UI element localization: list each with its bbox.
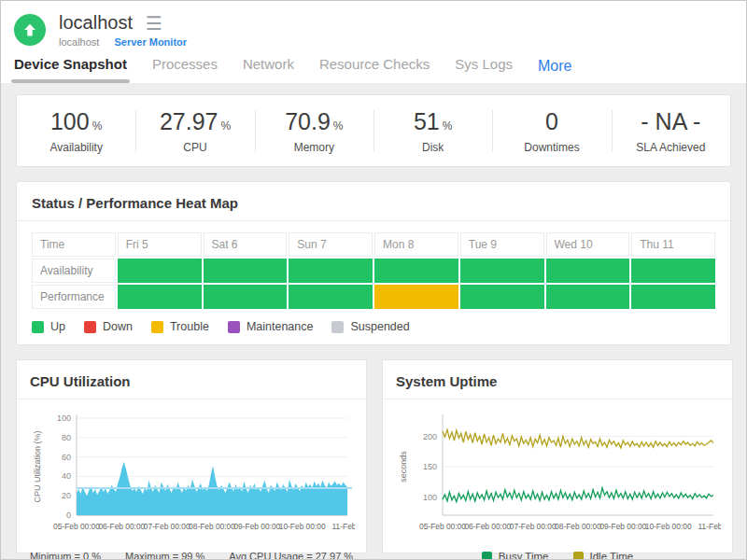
tab-more[interactable]: More	[538, 54, 571, 86]
svg-text:CPU Utilization (%): CPU Utilization (%)	[33, 430, 42, 502]
cpu-chart: 020406080100CPU Utilization (%)05-Feb 00…	[28, 409, 355, 549]
legend-item-down: Down	[84, 320, 133, 333]
svg-text:06-Feb 00:00: 06-Feb 00:00	[98, 522, 145, 531]
legend-label: Maintenance	[247, 320, 314, 333]
breadcrumb: localhost Server Monitor	[59, 36, 746, 48]
heatmap-cell-up[interactable]	[204, 259, 288, 283]
device-status-avatar[interactable]	[14, 14, 46, 46]
heatmap-table: TimeFri 5Sat 6Sun 7Mon 8Tue 9Wed 10Thu 1…	[30, 231, 717, 311]
legend-item-suspended: Suspended	[331, 320, 409, 333]
heatmap-row-label: Performance	[32, 285, 116, 309]
tab-bar: Device SnapshotProcessesNetworkResource …	[1, 53, 746, 83]
heatmap-column-sun-7: Sun 7	[289, 232, 373, 257]
legend-swatch-up	[32, 321, 44, 333]
main-content: 100%Availability27.97%CPU70.9%Memory51%D…	[1, 83, 746, 560]
heatmap-header-row: TimeFri 5Sat 6Sun 7Mon 8Tue 9Wed 10Thu 1…	[32, 232, 715, 257]
svg-text:06-Feb 00:00: 06-Feb 00:00	[464, 522, 511, 531]
tab-device-snapshot[interactable]: Device Snapshot	[14, 52, 127, 83]
system-uptime-card: System Uptime 100150200seconds05-Feb 00:…	[382, 359, 733, 553]
heatmap-column-sat-6: Sat 6	[204, 232, 288, 257]
svg-text:05-Feb 00:00: 05-Feb 00:00	[419, 522, 466, 531]
legend-item-maintenance: Maintenance	[228, 320, 314, 333]
stat-value: 0	[492, 108, 611, 135]
svg-text:07-Feb 00:00: 07-Feb 00:00	[144, 522, 190, 531]
divider	[381, 399, 734, 399]
legend-item-trouble: Trouble	[151, 320, 209, 333]
heatmap-column-fri-5: Fri 5	[118, 232, 202, 257]
tab-sys-logs[interactable]: Sys Logs	[455, 52, 513, 83]
heatmap-cell-up[interactable]	[289, 285, 373, 309]
legend-label: Suspended	[350, 320, 409, 333]
series-legend-busy-time: Busy Time	[482, 551, 549, 560]
heatmap-cell-up[interactable]	[631, 259, 715, 283]
divider	[17, 220, 730, 221]
svg-text:09-Feb 00:00: 09-Feb 00:00	[599, 522, 646, 531]
cpu-summary-stats: Minimum = 0 %Maximum = 99 %Avg CPU Usage…	[28, 551, 355, 560]
stat-value: 70.9%	[255, 108, 374, 135]
svg-text:20: 20	[62, 491, 71, 500]
heatmap-cell-up[interactable]	[460, 285, 544, 309]
stat-sla-achieved: - NA -SLA Achieved	[612, 103, 730, 160]
hamburger-menu-icon[interactable]: ☰	[146, 14, 162, 33]
legend-label: Down	[103, 320, 133, 333]
heatmap-cell-up[interactable]	[118, 285, 202, 309]
svg-text:08-Feb 00:00: 08-Feb 00:00	[189, 522, 235, 531]
heatmap-cell-up[interactable]	[118, 259, 202, 283]
arrow-up-icon	[21, 21, 38, 38]
stat-unit: %	[92, 119, 103, 133]
series-legend-label: Idle Time	[590, 551, 634, 560]
heatmap-row-performance: Performance	[32, 285, 715, 309]
cpu-utilization-card: CPU Utilization 020406080100CPU Utilizat…	[16, 359, 367, 553]
svg-text:0: 0	[66, 511, 71, 520]
series-legend-label: Busy Time	[499, 551, 549, 560]
heatmap-cell-up[interactable]	[546, 285, 630, 309]
device-title: localhost	[59, 12, 133, 34]
stat-label: Memory	[255, 141, 374, 154]
legend-swatch-suspended	[331, 321, 344, 333]
charts-row: CPU Utilization 020406080100CPU Utilizat…	[16, 359, 731, 553]
legend-item-up: Up	[32, 320, 65, 333]
cpu-footer-stat: Minimum = 0 %	[30, 551, 101, 560]
divider	[15, 399, 368, 399]
svg-text:100: 100	[423, 493, 437, 502]
heatmap-cell-up[interactable]	[204, 285, 288, 309]
stat-label: SLA Achieved	[612, 141, 730, 154]
stat-value: 100%	[17, 108, 135, 135]
stat-value: 27.97%	[135, 108, 254, 135]
heatmap-cell-up[interactable]	[631, 285, 715, 309]
heatmap-cell-up[interactable]	[460, 259, 544, 283]
tab-resource-checks[interactable]: Resource Checks	[319, 52, 430, 83]
heatmap-column-time: Time	[32, 232, 116, 257]
svg-text:80: 80	[62, 433, 71, 442]
legend-swatch-down	[84, 321, 96, 333]
stat-label: Disk	[374, 141, 492, 154]
cpu-footer-stat: Avg CPU Usage = 27.97 %	[229, 551, 353, 560]
heatmap-column-wed-10: Wed 10	[546, 232, 630, 257]
uptime-chart-title: System Uptime	[394, 371, 721, 399]
uptime-series-legend: Busy TimeIdle Time	[394, 551, 721, 560]
stat-memory: 70.9%Memory	[255, 103, 374, 160]
stat-label: CPU	[135, 141, 254, 154]
svg-text:07-Feb 00:00: 07-Feb 00:00	[510, 522, 557, 531]
cpu-utilization-plot: 020406080100CPU Utilization (%)05-Feb 00…	[28, 409, 355, 545]
svg-text:11-Feb 0: 11-Feb 0	[332, 522, 355, 531]
stat-value: 51%	[374, 108, 492, 135]
breadcrumb-device: localhost	[59, 36, 99, 48]
system-uptime-plot: 100150200seconds05-Feb 00:0006-Feb 00:00…	[394, 409, 721, 545]
heatmap-cell-up[interactable]	[374, 259, 458, 283]
tab-network[interactable]: Network	[243, 52, 294, 83]
heatmap-cell-up[interactable]	[546, 259, 630, 283]
svg-text:08-Feb 00:00: 08-Feb 00:00	[555, 522, 601, 531]
stat-unit: %	[220, 119, 231, 133]
status-legend: UpDownTroubleMaintenanceSuspended	[32, 320, 715, 333]
heatmap-column-tue-9: Tue 9	[460, 232, 544, 257]
heatmap-column-mon-8: Mon 8	[374, 232, 458, 257]
stat-label: Availability	[17, 141, 135, 154]
heatmap-row-availability: Availability	[32, 259, 715, 283]
heatmap-cell-up[interactable]	[289, 259, 373, 283]
tab-processes[interactable]: Processes	[152, 52, 218, 83]
heatmap-column-thu-11: Thu 11	[631, 232, 715, 257]
heatmap-cell-trouble[interactable]	[374, 285, 458, 309]
heatmap-title: Status / Performance Heat Map	[30, 193, 717, 220]
breadcrumb-category-link[interactable]: Server Monitor	[114, 36, 187, 48]
